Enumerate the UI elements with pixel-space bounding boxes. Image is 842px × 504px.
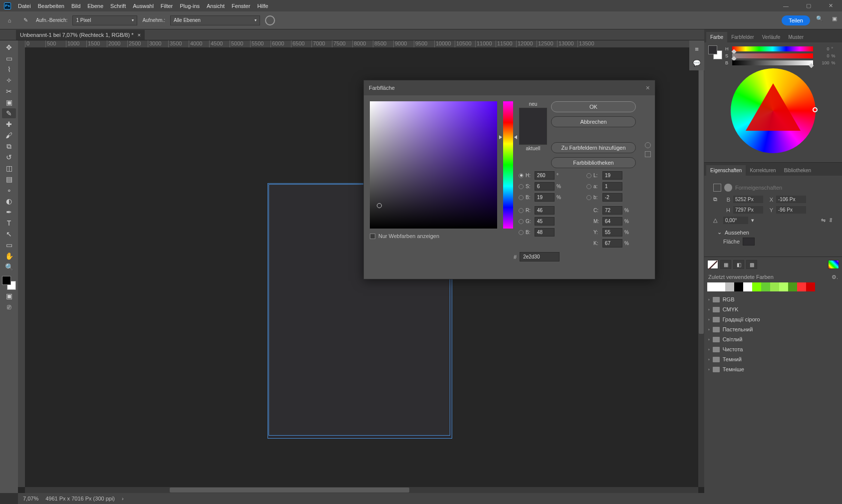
- stamp-tool[interactable]: ⧉: [2, 141, 16, 151]
- panel-icon[interactable]: 💬: [692, 58, 702, 67]
- a-radio[interactable]: [586, 184, 591, 189]
- swatch-folder[interactable]: ›CMYK: [707, 304, 839, 314]
- ok-button[interactable]: OK: [551, 101, 636, 112]
- panel-icon[interactable]: ≡: [692, 44, 702, 53]
- recent-swatch[interactable]: [788, 282, 797, 291]
- workspace-icon[interactable]: ▣: [832, 15, 837, 22]
- menu-item[interactable]: Bild: [71, 3, 80, 9]
- color-triangle[interactable]: [746, 83, 801, 131]
- solid-fill-icon[interactable]: ▦: [720, 260, 731, 269]
- bright-slider[interactable]: [732, 60, 813, 65]
- swatch-folder[interactable]: ›Світлий: [707, 334, 839, 344]
- color-picker-icon[interactable]: [828, 260, 839, 269]
- brush-tool[interactable]: 🖌: [2, 130, 16, 140]
- vertical-ruler[interactable]: [18, 47, 25, 487]
- color-preview[interactable]: [519, 108, 547, 145]
- mask-mode-icon[interactable]: ▣: [2, 291, 16, 301]
- tab-patterns[interactable]: Muster: [784, 32, 808, 42]
- height-field[interactable]: [733, 206, 763, 214]
- swatch-folder[interactable]: ›Чистота: [707, 344, 839, 354]
- sat-radio[interactable]: [519, 184, 524, 189]
- appearance-section[interactable]: ⌄ Aussehen: [713, 227, 833, 238]
- crop-tool[interactable]: ✂: [2, 86, 16, 96]
- l-radio[interactable]: [586, 173, 591, 178]
- menu-item[interactable]: Bearbeiten: [38, 3, 64, 9]
- home-icon[interactable]: ⌂: [4, 15, 15, 26]
- hue-indicator[interactable]: [813, 107, 818, 112]
- tab-gradients[interactable]: Verläufe: [758, 32, 785, 42]
- document-tab[interactable]: Unbenannt-1 bei 7,07% (Rechteck 1, RGB/8…: [16, 30, 145, 40]
- wand-tool[interactable]: ✧: [2, 75, 16, 85]
- swatch-folder[interactable]: ›Пастельний: [707, 324, 839, 334]
- swatch-folder[interactable]: ›Темний: [707, 354, 839, 364]
- l-field[interactable]: [602, 171, 622, 180]
- swatch-folder[interactable]: ›Градації сірого: [707, 314, 839, 324]
- hue-slider[interactable]: [732, 46, 813, 51]
- fg-swatch[interactable]: [2, 276, 11, 285]
- lab-b-radio[interactable]: [586, 195, 591, 200]
- hue-radio[interactable]: [519, 173, 524, 178]
- warning-icon[interactable]: [645, 142, 651, 148]
- add-swatch-button[interactable]: Zu Farbfeldern hinzufügen: [551, 142, 636, 153]
- eyedropper-icon[interactable]: ✎: [20, 15, 31, 26]
- zoom-level[interactable]: 7,07%: [23, 496, 38, 502]
- sample-size-dropdown[interactable]: 1 Pixel: [72, 15, 137, 25]
- scroll-thumb[interactable]: [699, 54, 704, 334]
- scroll-thumb[interactable]: [170, 488, 409, 493]
- bright-radio[interactable]: [519, 195, 524, 200]
- k-field[interactable]: [602, 239, 622, 248]
- m-field[interactable]: [602, 217, 622, 226]
- width-field[interactable]: [733, 196, 763, 203]
- gear-icon[interactable]: ⚙.: [832, 274, 838, 280]
- recent-swatch[interactable]: [707, 282, 716, 291]
- sat-field[interactable]: [535, 182, 555, 191]
- recent-swatch[interactable]: [743, 282, 752, 291]
- ruler-origin[interactable]: [18, 40, 25, 47]
- zoom-tool[interactable]: 🔍: [2, 262, 16, 272]
- menu-item[interactable]: Ansicht: [207, 3, 225, 9]
- webcolors-checkbox[interactable]: [370, 234, 375, 239]
- recent-swatch[interactable]: [716, 282, 725, 291]
- flip-h-icon[interactable]: ⇋: [821, 217, 826, 224]
- menu-item[interactable]: Fenster: [232, 3, 250, 9]
- heal-tool[interactable]: ✚: [2, 119, 16, 129]
- y-field[interactable]: [602, 228, 622, 237]
- cancel-button[interactable]: Abbrechen: [551, 116, 636, 127]
- y-field[interactable]: [776, 206, 806, 214]
- maximize-icon[interactable]: ▢: [797, 0, 820, 11]
- cube-icon[interactable]: [645, 151, 651, 157]
- no-fill-icon[interactable]: [707, 260, 718, 269]
- gradient-tool[interactable]: ▤: [2, 174, 16, 184]
- minimize-icon[interactable]: ―: [775, 0, 797, 11]
- dialog-titlebar[interactable]: Farbfläche ×: [364, 80, 655, 95]
- dodge-tool[interactable]: ◐: [2, 196, 16, 206]
- sat-value[interactable]: 0: [815, 53, 830, 58]
- color-libraries-button[interactable]: Farbbibliotheken: [551, 157, 636, 168]
- hue-strip[interactable]: [503, 101, 513, 229]
- gradient-fill-icon[interactable]: ◧: [733, 260, 744, 269]
- swatch-folder[interactable]: ›RGB: [707, 294, 839, 304]
- pattern-fill-icon[interactable]: ▩: [746, 260, 757, 269]
- x-field[interactable]: [776, 196, 806, 203]
- tab-color[interactable]: Farbe: [706, 32, 727, 42]
- tab-properties[interactable]: Eigenschaften: [706, 165, 746, 176]
- recent-swatch[interactable]: [752, 282, 761, 291]
- menu-item[interactable]: Ebene: [87, 3, 103, 9]
- type-tool[interactable]: T: [2, 218, 16, 228]
- shape-tool[interactable]: ▭: [2, 240, 16, 250]
- eraser-tool[interactable]: ◫: [2, 163, 16, 173]
- vertical-scrollbar[interactable]: [698, 47, 704, 487]
- r-field[interactable]: [535, 206, 555, 215]
- share-button[interactable]: Teilen: [782, 15, 810, 25]
- pen-tool[interactable]: ✒: [2, 207, 16, 217]
- horizontal-ruler[interactable]: 0500100015002000250030003500400045005000…: [25, 40, 698, 47]
- saturation-value-field[interactable]: [370, 101, 497, 229]
- recent-swatch[interactable]: [734, 282, 743, 291]
- screen-mode-icon[interactable]: ⎚: [2, 302, 16, 312]
- recent-swatch[interactable]: [797, 282, 806, 291]
- sat-slider[interactable]: [732, 53, 813, 58]
- show-ring-icon[interactable]: [265, 15, 275, 25]
- hex-field[interactable]: [520, 252, 560, 261]
- link-icon[interactable]: ⧉: [713, 196, 720, 203]
- hue-value[interactable]: 0: [815, 46, 830, 51]
